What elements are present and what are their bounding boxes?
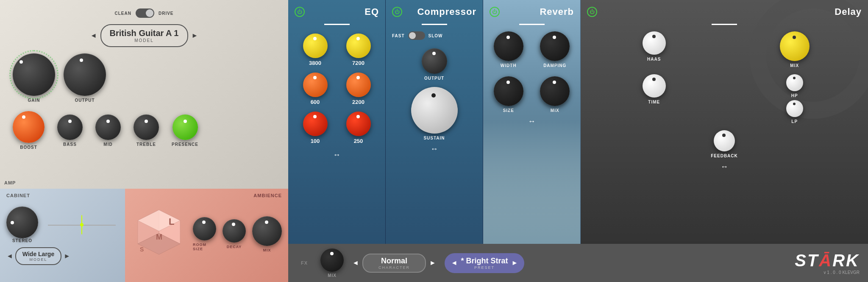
treble-label: TREBLE (136, 142, 156, 147)
eq-header: ⏻ EQ (295, 6, 379, 17)
delay-time-knob[interactable] (643, 74, 666, 98)
stark-logo: STĀRK v 1 . 0 . 0 KLEVGR (795, 251, 860, 275)
delay-hp-container: HP (728, 74, 862, 98)
model-sub: MODEL (134, 38, 154, 43)
treble-knob[interactable] (134, 114, 159, 140)
ambience-mix-knob-container: MIX (252, 216, 282, 252)
comp-knobs: OUTPUT SUSTAIN (392, 48, 476, 140)
delay-power-button[interactable]: ⏻ (587, 7, 597, 17)
bass-knob[interactable] (57, 114, 83, 140)
cabinet-model-next-button[interactable]: ► (64, 252, 70, 260)
preset-next-button[interactable]: ► (512, 259, 518, 267)
amp-section-label: AMP (4, 180, 16, 185)
stereo-knob[interactable] (6, 207, 38, 238)
model-next-button[interactable]: ► (192, 32, 198, 39)
bottom-mix-knob[interactable] (320, 248, 344, 272)
eq-250-knob[interactable] (346, 112, 371, 136)
reverb-width-container: WIDTH (490, 31, 528, 68)
amp-top-section: CLEAN DRIVE ◄ British Guitar A 1 MODEL ► (0, 0, 288, 189)
reverb-size-knob[interactable] (494, 76, 523, 106)
reverb-width-knob[interactable] (494, 31, 523, 61)
delay-title: Delay (835, 6, 862, 17)
comp-expand-button[interactable]: ↔ (392, 145, 476, 154)
eq-7200-knob[interactable] (346, 34, 371, 58)
cabinet-label: CABINET (6, 193, 119, 198)
eq-freq-600: 600 (297, 73, 334, 105)
ambience-label: AMBIENCE (253, 193, 282, 198)
eq-freq-3800: 3800 (297, 34, 334, 66)
reverb-damping-knob[interactable] (540, 31, 570, 61)
eq-3800-knob[interactable] (303, 34, 328, 58)
delay-power-icon: ⏻ (590, 9, 595, 15)
bottom-mix-label: MIX (328, 273, 337, 278)
amp-panel: CLEAN DRIVE ◄ British Guitar A 1 MODEL ► (0, 0, 288, 282)
delay-mix-knob[interactable] (780, 31, 810, 61)
comp-sustain-knob[interactable] (411, 87, 458, 134)
eq-expand-button[interactable]: ↔ (295, 151, 379, 159)
reverb-power-button[interactable]: ⏻ (490, 7, 500, 17)
amp-knobs-row: GAIN OUTPUT (13, 53, 275, 103)
preset-display: * Bright Strat PRESET (461, 257, 508, 270)
delay-feedback-knob[interactable] (714, 130, 735, 151)
ambience-mix-knob[interactable] (252, 216, 282, 246)
eq-freq-600-label: 600 (311, 99, 320, 105)
model-prev-button[interactable]: ◄ (90, 32, 97, 39)
reverb-size-label: SIZE (503, 108, 514, 113)
room-size-label: ROOM SIZE (193, 243, 216, 251)
boost-label: BOOST (20, 145, 37, 150)
character-next-button[interactable]: ► (429, 259, 436, 267)
preset-name: * Bright Strat (461, 257, 508, 265)
character-selector: ◄ Normal CHARACTER ► (352, 254, 436, 273)
room-size-knob[interactable] (193, 217, 216, 240)
preset-prev-button[interactable]: ◄ (451, 259, 458, 267)
gain-knob-container: GAIN (13, 53, 55, 103)
ambience-content: S M L ROOM SIZE (131, 206, 282, 262)
character-name: Normal (381, 257, 407, 265)
fx-panel: ⏻ EQ 3800 (288, 0, 868, 282)
eq-2200-knob[interactable] (346, 73, 371, 97)
presence-knob[interactable] (172, 114, 198, 140)
reverb-mix-container: MIX (536, 76, 574, 113)
clean-label: CLEAN (114, 11, 131, 16)
comp-power-button[interactable]: ⏻ (392, 7, 402, 17)
character-sub: CHARACTER (378, 265, 410, 270)
comp-output-knob[interactable] (422, 48, 447, 74)
delay-feedback-container: FEEDBACK (587, 130, 862, 158)
comp-header: ⏻ Compressor (392, 6, 476, 17)
reverb-knobs-grid: WIDTH DAMPING SIZE (490, 31, 574, 113)
delay-expand-button[interactable]: ↔ (587, 162, 862, 171)
cabinet-model-prev-button[interactable]: ◄ (6, 252, 13, 260)
delay-haas-knob[interactable] (643, 31, 666, 55)
clean-drive-toggle[interactable] (136, 8, 154, 18)
reverb-mix-knob[interactable] (540, 76, 570, 106)
comp-sustain-container: SUSTAIN (411, 87, 458, 140)
delay-lp-knob[interactable] (786, 100, 803, 117)
reverb-size-container: SIZE (490, 76, 528, 113)
eq-600-knob[interactable] (303, 73, 328, 97)
comp-underline (422, 24, 447, 25)
cabinet-model-display: Wide Large MODEL (15, 247, 61, 265)
mid-label: MID (103, 142, 112, 147)
mid-knob[interactable] (95, 114, 121, 140)
reverb-expand-button[interactable]: ↔ (490, 117, 574, 126)
clean-drive-section: CLEAN DRIVE (13, 8, 275, 18)
output-knob[interactable] (64, 53, 106, 96)
decay-knob[interactable] (223, 219, 246, 243)
reverb-section: ⏻ Reverb WIDTH (483, 0, 581, 244)
amp-bottom-panels: CABINET STEREO (0, 189, 288, 282)
decay-label: DECAY (227, 245, 242, 249)
delay-feedback-label: FEEDBACK (711, 154, 738, 158)
comp-output-container: OUTPUT (422, 48, 447, 81)
gain-knob[interactable] (13, 53, 55, 96)
reverb-damping-container: DAMPING (536, 31, 574, 68)
character-prev-button[interactable]: ◄ (352, 259, 359, 267)
delay-hp-knob[interactable] (786, 74, 803, 91)
boost-knob-container: BOOST (13, 111, 45, 150)
eq-knobs-grid: 3800 7200 600 (295, 31, 379, 146)
eq-power-button[interactable]: ⏻ (295, 7, 305, 17)
eq-100-knob[interactable] (303, 112, 328, 136)
fast-slow-toggle[interactable] (408, 31, 425, 40)
bottom-mix-knob-area: MIX (320, 248, 344, 278)
eq-freq-100: 100 (297, 112, 334, 144)
boost-knob[interactable] (13, 111, 45, 143)
